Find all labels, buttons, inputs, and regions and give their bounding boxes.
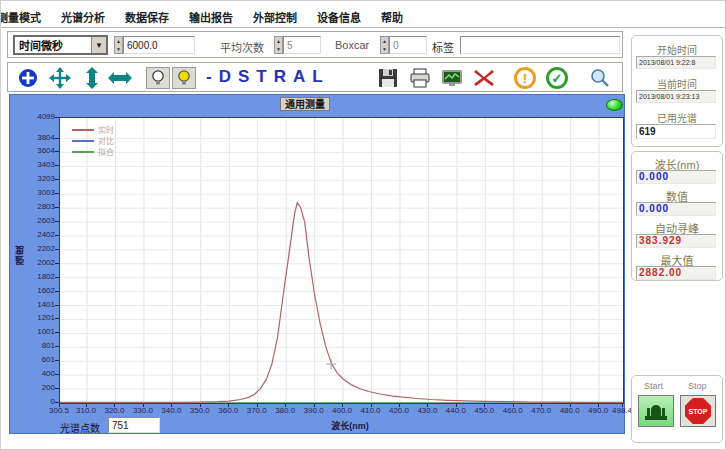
menu-item-4[interactable]: 输出报告 <box>186 9 236 25</box>
max-value-value: 2882.00 <box>636 266 716 280</box>
menu-separator <box>1 27 726 28</box>
value-value: 0.000 <box>636 202 716 216</box>
menu-item-3[interactable]: 数据保存 <box>122 9 172 25</box>
legend-line-icon <box>72 151 94 153</box>
stop-label: Stop <box>688 381 707 391</box>
y-tick-mark <box>55 360 59 361</box>
time-info-box: 开始时间 2013/08/01 9:22:8 当前时间 2013/08/01 9… <box>631 35 723 147</box>
x-tick-mark <box>541 404 542 407</box>
legend-item-3: 拟合 <box>72 146 114 157</box>
integration-time-input[interactable] <box>123 36 195 54</box>
boxcar-input[interactable] <box>389 36 427 54</box>
chevron-down-icon[interactable]: ▼ <box>91 37 106 53</box>
average-count-label: 平均次数 <box>220 39 264 55</box>
y-tick-label: 2603 <box>15 216 55 225</box>
y-tick-label: 400 <box>15 369 55 378</box>
menu-item-7[interactable]: 帮助 <box>378 9 406 25</box>
y-tick-mark <box>55 291 59 292</box>
used-spectra-value: 619 <box>636 124 716 139</box>
menu-item-6[interactable]: 设备信息 <box>314 9 364 25</box>
x-tick-mark <box>371 404 372 407</box>
display-icon[interactable] <box>440 67 464 89</box>
y-tick-mark <box>55 332 59 333</box>
print-icon[interactable] <box>408 67 432 89</box>
confirm-icon[interactable]: ✓ <box>546 67 568 89</box>
y-tick-mark <box>55 193 59 194</box>
save-icon[interactable] <box>376 67 400 89</box>
y-tick-mark <box>55 221 59 222</box>
lamp-start-icon <box>643 400 669 422</box>
app-window: 测量模式光谱分析数据保存输出报告外部控制设备信息帮助 时间微秒 ▼ ▲▼ 平均次… <box>0 0 726 450</box>
legend: 实时对比拟合 <box>72 124 114 157</box>
plot-area[interactable]: 实时对比拟合 <box>59 117 624 404</box>
pan-icon[interactable] <box>48 67 72 89</box>
spinner-arrows-icon[interactable]: ▲▼ <box>380 36 389 54</box>
current-time-value: 2013/08/01 9:23:13 <box>636 90 716 103</box>
tag-input[interactable] <box>460 36 620 54</box>
integration-mode-select[interactable]: 时间微秒 ▼ <box>13 35 108 55</box>
x-tick-mark <box>228 404 229 407</box>
menu-item-2[interactable]: 光谱分析 <box>58 9 108 25</box>
zoom-horizontal-icon[interactable] <box>108 67 132 89</box>
current-time-label: 当前时间 <box>632 76 722 91</box>
boxcar-stepper[interactable]: ▲▼ <box>380 36 427 54</box>
legend-label: 对比 <box>98 135 114 146</box>
y-tick-mark <box>55 207 59 208</box>
start-button[interactable] <box>638 395 674 427</box>
x-tick-mark <box>114 404 115 407</box>
wavelength-value: 0.000 <box>636 170 716 184</box>
spinner-arrows-icon[interactable]: ▲▼ <box>114 36 123 54</box>
stop-button[interactable]: STOP <box>680 395 716 427</box>
legend-item-1: 实时 <box>72 124 114 135</box>
search-icon[interactable] <box>588 67 612 89</box>
legend-label: 实时 <box>98 124 114 135</box>
brand-logo: -DSTRAL <box>206 67 330 87</box>
zoom-in-icon[interactable] <box>16 67 40 89</box>
status-led <box>606 99 623 111</box>
integration-time-stepper[interactable]: ▲▼ <box>114 36 195 54</box>
y-tick-mark <box>55 318 59 319</box>
y-tick-label: 2402 <box>15 230 55 239</box>
y-tick-label: 1401 <box>15 300 55 309</box>
spectrum-points-input[interactable] <box>108 417 160 433</box>
x-tick-mark <box>86 404 87 407</box>
y-tick-label: 4099 <box>15 112 55 121</box>
readout-box: 波长(nm) 0.000 数值 0.000 自动寻峰 383.929 最大值 2… <box>631 151 723 281</box>
chart-window-title: 通用测量 <box>280 97 330 111</box>
y-tick-mark <box>55 235 59 236</box>
lamp-off-icon[interactable] <box>146 67 170 89</box>
average-count-input[interactable] <box>283 36 321 54</box>
y-tick-mark <box>55 346 59 347</box>
y-tick-mark <box>55 305 59 306</box>
y-tick-mark <box>55 249 59 250</box>
warning-icon[interactable]: ! <box>514 67 536 89</box>
x-tick-mark <box>59 404 60 407</box>
x-axis-title: 波长(nm) <box>290 419 410 432</box>
start-time-value: 2013/08/01 9:22:8 <box>636 56 716 69</box>
y-tick-label: 2202 <box>15 244 55 253</box>
x-tick-mark <box>143 404 144 407</box>
y-tick-label: 2002 <box>15 258 55 267</box>
y-tick-mark <box>55 402 59 403</box>
x-tick-mark <box>427 404 428 407</box>
y-tick-label: 801 <box>15 341 55 350</box>
y-tick-mark <box>55 151 59 152</box>
y-tick-label: 1201 <box>15 313 55 322</box>
spinner-arrows-icon[interactable]: ▲▼ <box>274 36 283 54</box>
start-time-label: 开始时间 <box>632 42 722 57</box>
stop-sign-icon: STOP <box>685 398 711 424</box>
average-count-stepper[interactable]: ▲▼ <box>274 36 321 54</box>
legend-line-icon <box>72 129 94 131</box>
x-tick-mark <box>456 404 457 407</box>
x-tick-mark <box>570 404 571 407</box>
y-tick-mark <box>55 374 59 375</box>
y-tick-mark <box>55 117 59 118</box>
legend-line-icon <box>72 140 94 142</box>
lamp-on-icon[interactable] <box>172 67 196 89</box>
y-tick-mark <box>55 277 59 278</box>
menu-item-5[interactable]: 外部控制 <box>250 9 300 25</box>
menu-item-1[interactable]: 测量模式 <box>0 9 44 25</box>
x-tick-mark <box>484 404 485 407</box>
delete-icon[interactable] <box>472 67 496 89</box>
zoom-vertical-icon[interactable] <box>80 67 104 89</box>
